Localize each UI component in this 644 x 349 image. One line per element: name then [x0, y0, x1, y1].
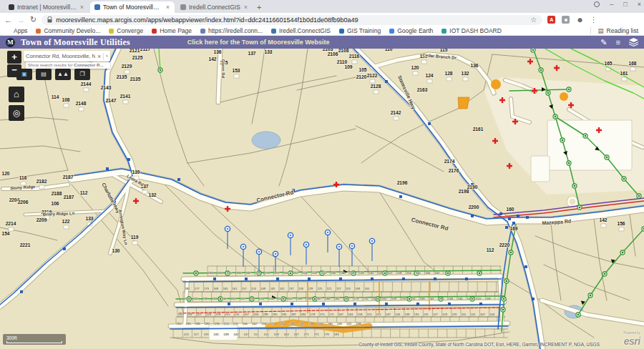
- town-website-link[interactable]: Click here for the Town of Mooresville W…: [187, 39, 330, 46]
- bookmark-favicon: [271, 29, 276, 34]
- svg-text:154: 154: [1, 231, 9, 236]
- tab-favicon: [94, 4, 100, 10]
- new-tab-button[interactable]: +: [257, 3, 261, 11]
- home-button[interactable]: ⌂: [9, 87, 24, 102]
- svg-text:161: 161: [233, 287, 238, 290]
- search-icon[interactable]: [106, 53, 108, 59]
- svg-text:124: 124: [425, 73, 433, 78]
- svg-text:226: 226: [337, 322, 343, 325]
- browser-update-icon[interactable]: [594, 1, 600, 7]
- svg-text:162: 162: [382, 297, 388, 300]
- bookmark-item[interactable]: Google Earth: [389, 27, 433, 34]
- svg-text:235: 235: [178, 313, 184, 316]
- svg-text:179: 179: [310, 313, 316, 316]
- tab-close-icon[interactable]: ×: [165, 4, 170, 11]
- layers-icon[interactable]: [629, 38, 638, 46]
- svg-text:137: 137: [289, 287, 295, 290]
- bookmark-item[interactable]: Apps: [6, 27, 27, 34]
- adobe-extension-icon[interactable]: A: [547, 16, 555, 24]
- svg-text:155: 155: [367, 313, 373, 316]
- maximize-button[interactable]: □: [623, 1, 627, 8]
- svg-text:158: 158: [391, 297, 397, 300]
- svg-text:174: 174: [353, 297, 359, 300]
- svg-text:203: 203: [253, 313, 259, 316]
- search-suggestion[interactable]: Show search results for Connector R...: [26, 62, 110, 69]
- svg-text:109: 109: [344, 64, 352, 69]
- legend-list-icon[interactable]: ≡: [616, 38, 620, 46]
- bookmark-item[interactable]: IOT DASH BOARD: [441, 27, 502, 34]
- svg-text:141: 141: [280, 287, 286, 290]
- search-clear-icon[interactable]: ×: [97, 53, 101, 60]
- search-input[interactable]: [26, 53, 95, 59]
- minimize-button[interactable]: –: [610, 1, 613, 8]
- refresh-button[interactable]: ↻: [30, 15, 36, 24]
- svg-text:2141: 2141: [120, 94, 131, 99]
- svg-text:111: 111: [471, 313, 476, 316]
- browser-tab[interactable]: Iredell.ConnectGIS ×: [176, 1, 253, 13]
- svg-text:142: 142: [208, 56, 216, 62]
- bookmark-favicon: [200, 29, 205, 34]
- svg-text:108: 108: [62, 97, 69, 102]
- svg-text:149: 149: [260, 287, 266, 290]
- svg-text:157: 157: [242, 287, 248, 290]
- svg-text:136: 136: [470, 63, 478, 68]
- browser-tab[interactable]: Town of Mooresville Utilities ×: [90, 1, 175, 13]
- zoom-in-button[interactable]: +: [7, 51, 21, 64]
- svg-text:139: 139: [224, 333, 230, 336]
- svg-text:136: 136: [213, 49, 221, 54]
- svg-text:119: 119: [452, 313, 457, 316]
- bookmark-favicon: [389, 29, 394, 34]
- profile-icon[interactable]: ☻: [576, 16, 584, 24]
- bookmarks-button[interactable]: ❐: [74, 69, 90, 80]
- layer-list-button[interactable]: ▤: [36, 69, 52, 80]
- svg-text:246: 246: [290, 322, 296, 325]
- svg-text:166: 166: [373, 297, 379, 300]
- bookmark-item[interactable]: https://iredell.conn...: [200, 27, 263, 34]
- tab-close-icon[interactable]: ×: [243, 4, 248, 11]
- svg-text:207: 207: [244, 313, 250, 316]
- bookmark-item[interactable]: Home Page: [152, 27, 192, 34]
- bookmark-item[interactable]: GIS Training: [339, 27, 381, 34]
- svg-text:154: 154: [312, 271, 318, 275]
- browser-menu-icon[interactable]: ⋮: [590, 16, 597, 24]
- svg-text:195: 195: [273, 313, 278, 316]
- svg-text:126: 126: [467, 297, 473, 300]
- scale-bar: 300ft: [3, 334, 66, 345]
- tab-favicon: [180, 4, 186, 10]
- url-field[interactable]: mooresvillenc.maps.arcgis.com/apps/webap…: [42, 15, 542, 25]
- svg-text:122: 122: [477, 297, 482, 300]
- app-logo: M: [6, 38, 15, 47]
- browser-tab[interactable]: Intranet | Mooresville, NC - Offi ×: [4, 1, 89, 13]
- svg-text:115: 115: [462, 313, 467, 316]
- edit-icon[interactable]: ✎: [600, 38, 607, 47]
- close-button[interactable]: ×: [638, 1, 641, 8]
- extensions-icon[interactable]: [562, 16, 570, 24]
- svg-text:223: 223: [206, 313, 212, 316]
- svg-text:258: 258: [261, 322, 267, 325]
- bookmark-star-icon[interactable]: ☆: [530, 16, 537, 24]
- bookmark-item[interactable]: Converge: [109, 27, 143, 34]
- svg-text:139: 139: [132, 169, 140, 174]
- locate-button[interactable]: ◎: [9, 105, 24, 121]
- basemap-gallery-button[interactable]: ▲▲: [55, 69, 71, 80]
- bookmark-favicon: [441, 29, 447, 34]
- svg-text:2196: 2196: [397, 180, 408, 185]
- svg-text:134: 134: [448, 297, 454, 300]
- svg-text:121: 121: [327, 287, 333, 290]
- bookmark-item[interactable]: Iredell.ConnectGIS: [271, 27, 331, 34]
- svg-text:151: 151: [376, 313, 382, 316]
- search-box[interactable]: ×: [24, 51, 110, 62]
- svg-text:163: 163: [348, 313, 353, 316]
- svg-text:129: 129: [308, 287, 313, 290]
- map-canvas[interactable]: 1981941901861821781741701661621581541501…: [0, 49, 644, 349]
- svg-text:112: 112: [80, 190, 88, 195]
- svg-text:199: 199: [263, 313, 268, 316]
- tab-close-icon[interactable]: ×: [79, 4, 84, 11]
- reading-list-button[interactable]: ▤ Reading list: [590, 27, 638, 34]
- svg-text:130: 130: [457, 297, 463, 300]
- svg-text:2129: 2129: [122, 64, 132, 69]
- zoom-out-button[interactable]: −: [7, 64, 21, 77]
- bookmark-item[interactable]: Community Develo...: [36, 27, 100, 34]
- forward-button[interactable]: →: [17, 16, 25, 24]
- back-button[interactable]: ←: [4, 16, 12, 24]
